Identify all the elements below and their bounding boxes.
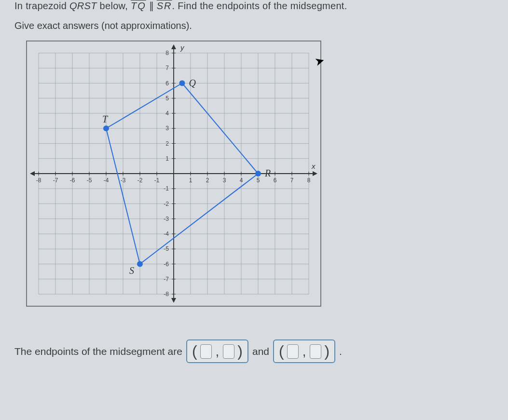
coordinate-graph: yx-8-7-6-5-4-3-2-112345678-8-7-6-5-4-3-2…: [24, 39, 494, 311]
text: below,: [97, 0, 131, 11]
svg-marker-40: [171, 298, 176, 303]
comma: ,: [302, 344, 306, 359]
svg-text:-1: -1: [154, 177, 160, 184]
answer-row: The endpoints of the midsegment are ( , …: [14, 339, 494, 363]
svg-text:2: 2: [206, 177, 209, 184]
period: .: [339, 346, 342, 357]
svg-text:7: 7: [165, 65, 169, 71]
text: In trapezoid: [14, 0, 69, 11]
connector-text: and: [252, 346, 269, 357]
svg-point-108: [179, 81, 185, 86]
svg-text:-2: -2: [164, 201, 169, 207]
svg-marker-38: [30, 171, 35, 176]
svg-text:7: 7: [290, 177, 294, 184]
svg-text:y: y: [180, 43, 185, 52]
answer-lead: The endpoints of the midsegment are: [14, 346, 182, 357]
endpoint-2-input[interactable]: ( , ): [273, 339, 335, 363]
svg-text:-3: -3: [164, 216, 169, 222]
shape-name: QRST: [69, 0, 97, 11]
svg-text:3: 3: [223, 177, 226, 184]
svg-text:1: 1: [165, 155, 169, 162]
svg-text:R: R: [264, 168, 271, 178]
segment-tq: TQ: [131, 0, 146, 11]
svg-text:-7: -7: [164, 276, 169, 283]
svg-text:-7: -7: [53, 177, 58, 184]
open-paren: (: [192, 342, 197, 360]
svg-text:-3: -3: [121, 177, 126, 184]
x1-field[interactable]: [200, 344, 212, 359]
svg-text:6: 6: [165, 80, 169, 87]
svg-text:4: 4: [165, 110, 169, 117]
svg-text:5: 5: [257, 177, 260, 184]
svg-text:-2: -2: [137, 177, 143, 184]
svg-text:-6: -6: [164, 261, 169, 268]
x2-field[interactable]: [287, 344, 299, 359]
svg-marker-39: [171, 44, 176, 49]
svg-text:-1: -1: [164, 185, 169, 192]
svg-text:-4: -4: [164, 230, 169, 237]
svg-text:-6: -6: [70, 177, 75, 184]
svg-text:8: 8: [165, 50, 169, 56]
close-paren: ): [237, 342, 243, 360]
svg-text:4: 4: [240, 177, 243, 184]
svg-text:-5: -5: [164, 245, 169, 252]
svg-text:8: 8: [307, 177, 311, 184]
svg-point-114: [103, 125, 109, 131]
svg-text:-8: -8: [164, 291, 169, 298]
comma: ,: [216, 344, 220, 359]
svg-text:-8: -8: [36, 177, 41, 184]
y2-field[interactable]: [310, 344, 321, 359]
svg-point-112: [137, 261, 143, 267]
endpoint-1-input[interactable]: ( , ): [186, 339, 248, 363]
segment-sr: SR: [157, 0, 172, 11]
svg-marker-37: [313, 171, 317, 176]
svg-text:Q: Q: [189, 78, 196, 88]
close-paren: ): [324, 342, 330, 360]
svg-point-110: [255, 171, 261, 176]
svg-text:3: 3: [165, 125, 169, 132]
svg-text:-4: -4: [104, 177, 109, 184]
instruction-text: Give exact answers (not approximations).: [14, 20, 494, 31]
svg-text:S: S: [129, 265, 134, 276]
problem-statement: In trapezoid QRST below, TQ ∥ SR. Find t…: [14, 0, 494, 12]
svg-text:5: 5: [165, 95, 169, 102]
svg-text:-5: -5: [87, 177, 92, 184]
y1-field[interactable]: [223, 344, 234, 359]
svg-text:2: 2: [165, 140, 169, 147]
svg-text:T: T: [102, 114, 109, 124]
svg-text:x: x: [311, 162, 316, 170]
svg-text:6: 6: [274, 177, 277, 184]
parallel-symbol: ∥: [146, 0, 157, 11]
svg-text:1: 1: [189, 177, 192, 184]
open-paren: (: [279, 342, 284, 360]
text: . Find the endpoints of the midsegment.: [172, 0, 347, 11]
